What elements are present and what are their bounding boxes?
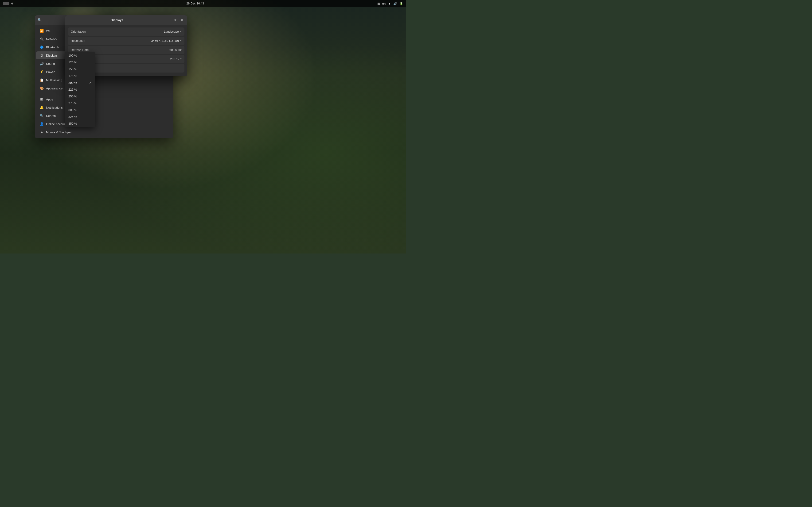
scale-value[interactable]: 200 % ▾ xyxy=(170,57,182,61)
sound-icon: 🔊 xyxy=(40,61,44,66)
orientation-value-text: Landscape xyxy=(164,30,179,33)
notifications-icon: 🔔 xyxy=(40,105,44,110)
scale-value-text: 200 % xyxy=(170,57,179,61)
scale-option-125-label: 125 % xyxy=(68,61,77,64)
scale-option-125[interactable]: 125 % xyxy=(65,59,95,66)
refresh-rate-label: Refresh Rate xyxy=(71,48,169,52)
settings-search-icon[interactable]: 🔍 xyxy=(38,18,42,22)
refresh-rate-value: 60.00 Hz xyxy=(169,48,182,52)
scale-option-225-label: 225 % xyxy=(68,88,77,91)
sidebar-item-displays-label: Displays xyxy=(46,54,58,57)
scale-option-150-label: 150 % xyxy=(68,67,77,71)
restore-button[interactable]: ⟳ xyxy=(173,17,178,22)
orientation-value[interactable]: Landscape ▾ xyxy=(164,30,182,33)
refresh-rate-value-text: 60.00 Hz xyxy=(169,48,182,52)
displays-titlebar-actions: − ⟳ ✕ xyxy=(166,17,185,22)
resolution-value-text: 3456 × 2160 (16:10) xyxy=(151,39,179,43)
battery-icon: 🔋 xyxy=(399,2,403,5)
scale-option-200-label: 200 % xyxy=(68,81,77,84)
online-accounts-icon: 👤 xyxy=(40,122,44,126)
scale-option-300-label: 300 % xyxy=(68,108,77,112)
sidebar-item-notifications-label: Notifications xyxy=(46,106,63,109)
scale-option-100[interactable]: 100 % xyxy=(65,52,95,59)
orientation-dropdown-arrow: ▾ xyxy=(180,30,182,33)
orientation-label: Orientation xyxy=(71,30,164,33)
sidebar-item-bluetooth-label: Bluetooth xyxy=(46,46,59,49)
scale-option-325-label: 325 % xyxy=(68,115,77,119)
scale-option-250-label: 250 % xyxy=(68,95,77,98)
sidebar-item-wifi-label: Wi-Fi xyxy=(46,29,53,33)
power-icon: ⚡ xyxy=(40,70,44,74)
multitasking-icon: 📋 xyxy=(40,78,44,82)
scale-option-200[interactable]: 200 % ✓ xyxy=(65,79,95,86)
scale-option-350[interactable]: 350 % xyxy=(65,120,95,127)
topbar-right: ⊞ en ▼ 🔊 🔋 xyxy=(377,2,403,5)
appearance-icon: 🎨 xyxy=(40,86,44,91)
sidebar-item-search-label: Search xyxy=(46,114,56,118)
bluetooth-icon: 🔷 xyxy=(40,45,44,49)
grid-icon[interactable]: ⊞ xyxy=(377,2,380,5)
sidebar-item-sound-label: Sound xyxy=(46,62,55,65)
resolution-row: Resolution 3456 × 2160 (16:10) ▾ xyxy=(68,37,185,45)
scale-option-250[interactable]: 250 % xyxy=(65,93,95,100)
sidebar-item-appearance-label: Appearance xyxy=(46,87,62,90)
displays-titlebar: Displays − ⟳ ✕ xyxy=(65,15,187,25)
sidebar-item-multitasking-label: Multitasking xyxy=(46,78,62,82)
resolution-dropdown-arrow: ▾ xyxy=(180,39,182,42)
apps-icon: ⊞ xyxy=(40,97,44,101)
lang-indicator[interactable]: en xyxy=(382,2,386,5)
scale-option-325[interactable]: 325 % xyxy=(65,113,95,120)
scale-checkmark: ✓ xyxy=(89,81,91,84)
network-icon: 🔌 xyxy=(40,37,44,41)
minimize-button[interactable]: − xyxy=(166,17,171,22)
topbar: 29 Dec 16:43 ⊞ en ▼ 🔊 🔋 xyxy=(0,0,406,7)
scale-dropdown-arrow: ▾ xyxy=(180,58,182,61)
resolution-value[interactable]: 3456 × 2160 (16:10) ▾ xyxy=(151,39,182,43)
topbar-pill xyxy=(3,2,9,5)
settings-titlebar-left: 🔍 xyxy=(38,18,42,22)
sidebar-item-network-label: Network xyxy=(46,37,57,41)
wifi-status-icon: ▼ xyxy=(388,2,391,5)
topbar-datetime: 29 Dec 16:43 xyxy=(186,2,204,5)
scale-option-225[interactable]: 225 % xyxy=(65,86,95,93)
scale-option-175-label: 175 % xyxy=(68,74,77,78)
displays-icon: 🖥 xyxy=(40,53,44,58)
topbar-left xyxy=(3,2,13,5)
sidebar-item-power-label: Power xyxy=(46,70,55,74)
scale-option-150[interactable]: 150 % xyxy=(65,66,95,72)
scale-option-350-label: 350 % xyxy=(68,122,77,125)
scale-option-275[interactable]: 275 % xyxy=(65,100,95,107)
topbar-dot xyxy=(11,3,13,4)
scale-option-300[interactable]: 300 % xyxy=(65,107,95,113)
displays-title: Displays xyxy=(68,18,166,22)
orientation-row: Orientation Landscape ▾ xyxy=(68,27,185,36)
search-icon: 🔍 xyxy=(40,114,44,118)
scale-dropdown: 100 % 125 % 150 % 175 % 200 % ✓ 225 % 25… xyxy=(65,52,95,127)
resolution-label: Resolution xyxy=(71,39,151,43)
close-button[interactable]: ✕ xyxy=(179,17,185,22)
sidebar-item-mouse-label: Mouse & Touchpad xyxy=(46,130,72,134)
mouse-icon: 🖱 xyxy=(40,130,44,134)
scale-option-100-label: 100 % xyxy=(68,54,77,57)
sidebar-item-apps-label: Apps xyxy=(46,98,53,101)
wifi-icon: 📶 xyxy=(40,29,44,33)
volume-icon[interactable]: 🔊 xyxy=(393,2,397,5)
scale-option-275-label: 275 % xyxy=(68,101,77,105)
sidebar-item-mouse[interactable]: 🖱 Mouse & Touchpad xyxy=(36,128,79,136)
scale-option-175[interactable]: 175 % xyxy=(65,72,95,79)
